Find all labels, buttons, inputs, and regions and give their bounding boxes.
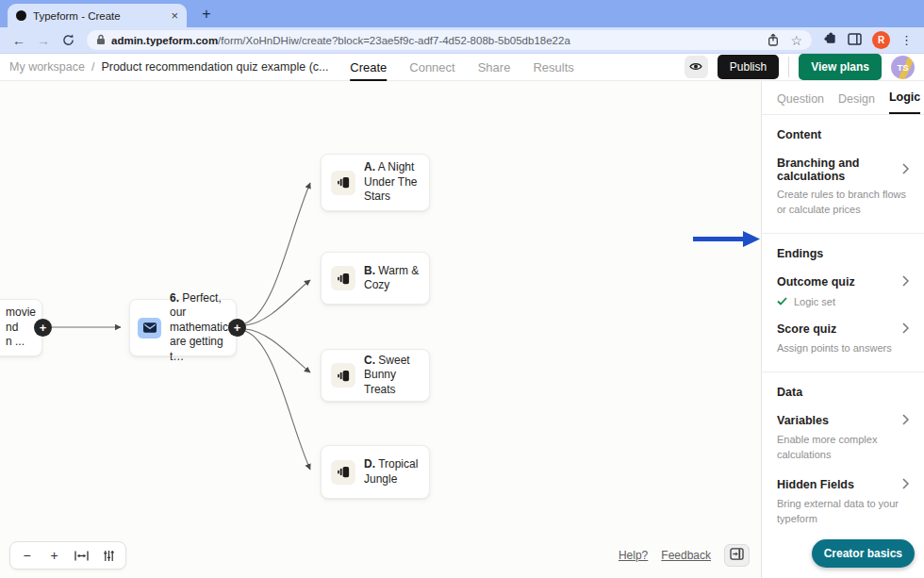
add-rule-button[interactable]: + [228, 319, 246, 337]
ending-node-d[interactable]: D. Tropical Jungle [321, 445, 430, 499]
browser-toolbar: ← → admin.typeform.com/form/XoHnDHiw/cre… [0, 27, 924, 54]
email-icon [138, 318, 161, 339]
divider [762, 372, 924, 372]
item-title: Hidden Fields [777, 478, 854, 491]
sidebar-item-outcome-quiz[interactable]: Outcome quiz Logic set [777, 275, 909, 307]
item-title: Branching and calculations [777, 157, 902, 183]
question-node-6[interactable]: 6. Perfect, our mathematician are gettin… [129, 299, 237, 356]
zoom-out-icon[interactable]: − [14, 545, 40, 566]
sidebar-item-branching[interactable]: Branching and calculations Create rules … [777, 157, 909, 218]
tab-design[interactable]: Design [838, 92, 875, 114]
header-divider [788, 57, 789, 77]
app-header: My workspace / Product recommendation qu… [0, 54, 924, 81]
item-subtitle: Enable more complex calculations [777, 433, 909, 463]
breadcrumb-separator: / [91, 60, 94, 74]
partial-line: n ... [6, 335, 36, 349]
tab-share[interactable]: Share [478, 54, 511, 80]
outcome-letter: D. [364, 457, 375, 471]
divider [762, 114, 924, 115]
tab-create[interactable]: Create [350, 54, 387, 80]
logic-set-status: Logic set [794, 296, 835, 307]
chevron-right-icon [902, 275, 909, 289]
tab-logic[interactable]: Logic [889, 91, 920, 114]
breadcrumb-workspace[interactable]: My workspace [9, 60, 85, 74]
new-tab-button[interactable]: + [194, 2, 219, 26]
help-link[interactable]: Help? [619, 549, 648, 562]
canvas-footer: Help? Feedback [619, 544, 750, 567]
outcome-letter: C. [364, 354, 375, 367]
partial-line: nd [6, 321, 36, 335]
publish-button[interactable]: Publish [718, 55, 779, 79]
favicon-icon [16, 10, 26, 21]
sidebar-tabs: Question Design Logic [777, 91, 909, 114]
side-panel-icon[interactable] [848, 32, 862, 49]
zoom-toolbar: − + [9, 541, 126, 570]
eye-icon [689, 58, 702, 75]
sidebar-item-hidden-fields[interactable]: Hidden Fields Bring external data to you… [777, 478, 909, 527]
bookmark-star-icon[interactable]: ☆ [790, 34, 802, 47]
map-settings-icon[interactable] [96, 545, 122, 566]
url-text: admin.typeform.com/form/XoHnDHiw/create?… [111, 35, 762, 46]
outcome-letter: B. [364, 264, 375, 277]
chevron-right-icon [902, 414, 909, 428]
avatar[interactable]: TS [891, 56, 915, 79]
item-title: Outcome quiz [777, 275, 855, 289]
logic-sidebar: Question Design Logic Content Branching … [761, 81, 924, 578]
sidebar-item-variables[interactable]: Variables Enable more complex calculatio… [777, 414, 909, 463]
share-icon[interactable] [767, 33, 779, 48]
node-number: 6. [170, 291, 179, 305]
back-icon[interactable]: ← [8, 29, 30, 52]
url-path: /form/XoHnDHiw/create?block=23ae5f9c-adf… [218, 35, 570, 46]
browser-tab[interactable]: Typeform - Create × [8, 4, 187, 27]
creator-basics-button[interactable]: Creator basics [812, 539, 915, 568]
header-tabs: Create Connect Share Results [350, 54, 574, 80]
item-title: Score quiz [777, 322, 836, 336]
ending-icon [331, 171, 355, 195]
partial-line: movie [6, 306, 36, 320]
ending-icon [331, 363, 355, 388]
menu-icon[interactable]: ⋮ [900, 33, 913, 47]
annotation-arrow-icon [693, 231, 761, 251]
ending-node-b[interactable]: B. Warm & Cozy [321, 252, 430, 305]
tab-question[interactable]: Question [777, 92, 824, 114]
forward-icon[interactable]: → [32, 29, 55, 52]
feedback-link[interactable]: Feedback [661, 549, 711, 562]
reload-icon[interactable] [57, 29, 79, 52]
close-icon[interactable]: × [171, 8, 178, 23]
tab-results[interactable]: Results [533, 54, 573, 80]
page: Typeform - Create × + ← → admin.typeform… [0, 0, 924, 578]
view-plans-button[interactable]: View plans [799, 54, 882, 80]
chevron-right-icon [902, 478, 909, 492]
browser-profile-avatar[interactable]: R [872, 31, 890, 49]
check-icon [777, 296, 787, 307]
collapse-panel-button[interactable] [724, 544, 750, 567]
item-subtitle: Bring external data to your typeform [777, 497, 909, 527]
divider [762, 233, 924, 234]
chevron-right-icon [902, 163, 909, 177]
tab-connect[interactable]: Connect [409, 54, 454, 80]
ending-icon [331, 460, 355, 485]
item-title: Variables [777, 414, 829, 427]
zoom-in-icon[interactable]: + [41, 545, 67, 566]
item-subtitle: Assign points to answers [777, 341, 909, 356]
extensions-icon[interactable] [823, 31, 837, 49]
preview-button[interactable] [685, 56, 708, 78]
section-label-content: Content [777, 128, 909, 141]
collapse-panel-icon [730, 548, 744, 563]
logic-map-canvas[interactable]: movie nd n ... + 6. Perfect, our mathema… [0, 81, 761, 578]
form-title[interactable]: Product recommendation quiz example (c..… [101, 60, 328, 74]
lock-icon [96, 34, 106, 47]
url-domain: admin.typeform.com [111, 35, 218, 46]
ending-node-c[interactable]: C. Sweet Bunny Treats [321, 349, 430, 402]
fit-width-icon[interactable] [69, 545, 94, 566]
add-rule-button[interactable]: + [34, 319, 52, 337]
browser-tab-strip: Typeform - Create × + [0, 0, 924, 27]
sidebar-item-score-quiz[interactable]: Score quiz Assign points to answers [777, 322, 909, 356]
url-bar[interactable]: admin.typeform.com/form/XoHnDHiw/create?… [87, 30, 812, 50]
ending-icon [331, 266, 355, 290]
section-label-data: Data [777, 386, 909, 399]
ending-node-a[interactable]: A. A Night Under The Stars [321, 154, 430, 211]
breadcrumb: My workspace / Product recommendation qu… [9, 60, 328, 74]
outcome-letter: A. [364, 160, 375, 173]
chevron-right-icon [902, 322, 909, 337]
